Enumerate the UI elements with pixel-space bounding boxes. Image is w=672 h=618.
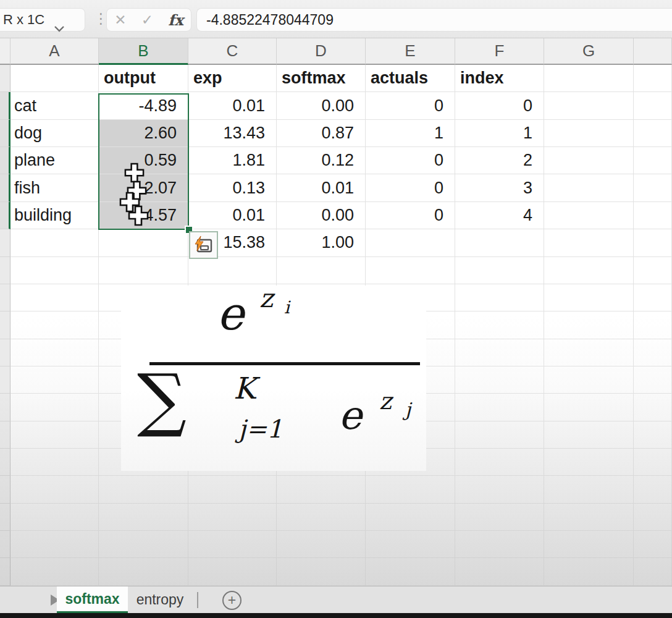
cell-B4[interactable]: 0.59: [99, 147, 188, 174]
cell-F8[interactable]: [455, 257, 544, 284]
cell-B1[interactable]: output: [99, 65, 188, 92]
cell-C6[interactable]: 0.01: [188, 202, 277, 229]
corner-header[interactable]: [0, 38, 10, 65]
cell-H11[interactable]: [634, 339, 672, 366]
cell-A14[interactable]: [10, 421, 99, 449]
new-sheet-button[interactable]: +: [222, 591, 242, 610]
cell-H6[interactable]: [634, 202, 672, 229]
cell-C4[interactable]: 1.81: [188, 147, 277, 174]
cell-B18[interactable]: [99, 531, 188, 558]
cell-E2[interactable]: 0: [366, 92, 455, 119]
cell-E7[interactable]: [366, 229, 455, 256]
row-header-7[interactable]: [0, 229, 10, 256]
cell-B2[interactable]: -4.89: [99, 92, 188, 119]
cell-E17[interactable]: [366, 504, 455, 531]
cell-A15[interactable]: [10, 449, 99, 476]
cell-G1[interactable]: [544, 65, 634, 92]
row-header-14[interactable]: [0, 421, 10, 449]
cell-F1[interactable]: index: [455, 65, 544, 92]
cell-H1[interactable]: [634, 65, 672, 92]
cell-A5[interactable]: fish: [10, 174, 99, 201]
cell-B17[interactable]: [99, 504, 188, 531]
cell-F2[interactable]: 0: [455, 92, 544, 119]
tab-entropy[interactable]: entropy: [128, 586, 192, 613]
cell-G8[interactable]: [544, 257, 634, 284]
cell-E18[interactable]: [366, 531, 455, 558]
cell-F13[interactable]: [455, 394, 544, 421]
row-header-16[interactable]: [0, 476, 10, 503]
column-header-G[interactable]: G: [544, 38, 634, 65]
cell-A1[interactable]: [10, 65, 99, 92]
cell-F14[interactable]: [455, 421, 544, 449]
cell-F17[interactable]: [455, 504, 544, 531]
cell-D5[interactable]: 0.01: [277, 174, 366, 201]
cell-A12[interactable]: [10, 366, 99, 394]
cell-G13[interactable]: [544, 394, 634, 421]
chevron-down-icon[interactable]: [54, 25, 65, 32]
softmax-formula-image[interactable]: e z i ∑ K j=1 e z j: [121, 286, 426, 471]
cell-G5[interactable]: [544, 174, 634, 201]
cell-D7[interactable]: 1.00: [277, 229, 366, 256]
cell-G11[interactable]: [544, 339, 634, 366]
cell-A8[interactable]: [10, 257, 99, 284]
row-header-11[interactable]: [0, 339, 10, 366]
cell-G12[interactable]: [544, 366, 634, 394]
cell-D2[interactable]: 0.00: [277, 92, 366, 119]
cell-G15[interactable]: [544, 449, 634, 476]
cell-B3[interactable]: 2.60: [99, 120, 188, 147]
cell-F19[interactable]: [455, 558, 544, 585]
cell-B5[interactable]: -2.07: [99, 174, 188, 201]
cell-G14[interactable]: [544, 421, 634, 449]
cell-G3[interactable]: [544, 120, 634, 147]
cell-D18[interactable]: [277, 531, 366, 558]
column-header-D[interactable]: D: [277, 38, 366, 65]
cell-A6[interactable]: building: [10, 202, 99, 229]
cell-B8[interactable]: [99, 257, 188, 284]
cell-E1[interactable]: actuals: [366, 65, 455, 92]
cell-E16[interactable]: [366, 476, 455, 503]
name-box[interactable]: R x 1C: [0, 8, 85, 32]
row-header-19[interactable]: [0, 558, 10, 585]
cell-H10[interactable]: [634, 311, 672, 339]
cell-H2[interactable]: [634, 92, 672, 119]
row-header-17[interactable]: [0, 504, 10, 531]
cell-C8[interactable]: [188, 257, 277, 284]
cell-G9[interactable]: [544, 284, 634, 311]
cell-C16[interactable]: [188, 476, 277, 503]
cell-F11[interactable]: [455, 339, 544, 366]
cell-F7[interactable]: [455, 229, 544, 256]
column-header-F[interactable]: F: [455, 38, 544, 65]
cell-A16[interactable]: [10, 476, 99, 503]
cell-H13[interactable]: [634, 394, 672, 421]
cell-H16[interactable]: [634, 476, 672, 503]
cell-H8[interactable]: [634, 257, 672, 284]
cell-A7[interactable]: [10, 229, 99, 256]
cell-A4[interactable]: plane: [10, 147, 99, 174]
cell-H18[interactable]: [634, 531, 672, 558]
cell-C5[interactable]: 0.13: [188, 174, 277, 201]
cell-H9[interactable]: [634, 284, 672, 311]
cell-D19[interactable]: [277, 558, 366, 585]
cell-C2[interactable]: 0.01: [188, 92, 277, 119]
cell-A13[interactable]: [10, 394, 99, 421]
cell-G17[interactable]: [544, 504, 634, 531]
cell-E5[interactable]: 0: [366, 174, 455, 201]
row-header-18[interactable]: [0, 531, 10, 558]
cell-F12[interactable]: [455, 366, 544, 394]
cell-C17[interactable]: [188, 504, 277, 531]
cancel-icon[interactable]: ✕: [114, 12, 126, 28]
cell-A9[interactable]: [10, 284, 99, 311]
cell-B7[interactable]: [99, 229, 188, 256]
row-header-5[interactable]: [0, 174, 10, 201]
cell-H19[interactable]: [634, 558, 672, 585]
column-header-C[interactable]: C: [188, 38, 277, 65]
cell-C3[interactable]: 13.43: [188, 120, 277, 147]
column-header-partial[interactable]: [634, 38, 672, 65]
row-header-4[interactable]: [0, 147, 10, 174]
column-header-E[interactable]: E: [366, 38, 455, 65]
row-header-2[interactable]: [0, 92, 10, 119]
cell-B16[interactable]: [99, 476, 188, 503]
cell-E19[interactable]: [366, 558, 455, 585]
cell-C1[interactable]: exp: [188, 65, 277, 92]
cell-H17[interactable]: [634, 504, 672, 531]
